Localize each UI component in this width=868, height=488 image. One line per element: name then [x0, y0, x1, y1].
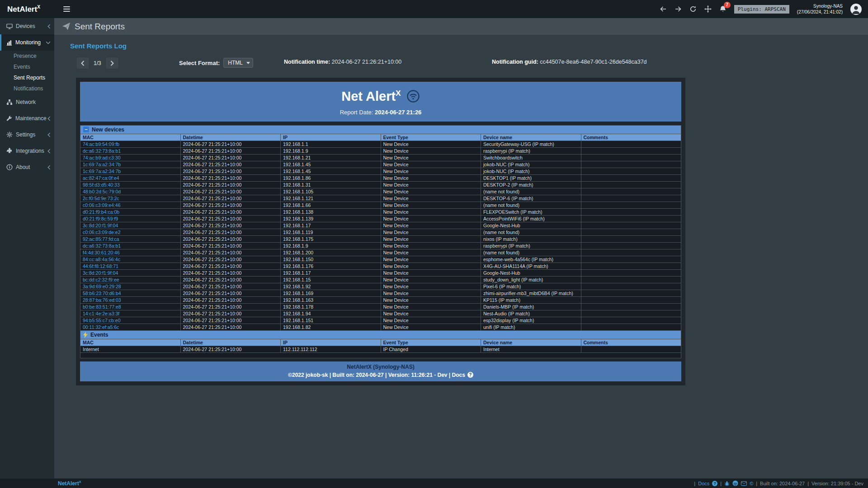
mac-link[interactable]: 14:c1:4e:2e:a3:3f [80, 310, 181, 317]
mac-link[interactable]: 98:5f:d3:d5:40:33 [80, 181, 181, 188]
table-row: 58:b6:23:70:d6:b42024-06-27 21:25:21+10:… [80, 290, 681, 296]
cell: 192.168.1.150 [281, 256, 381, 263]
cell: 192.168.1.178 [281, 303, 381, 310]
mac-link[interactable]: b0:be:83:51:77:e8 [80, 303, 181, 310]
cell: 192.168.1.45 [281, 168, 381, 174]
separator: | [756, 481, 757, 486]
mac-link[interactable]: 74:ac:b9:54:09:fb [80, 141, 181, 147]
table-row: 1c:69:7a:a2:34:7b2024-06-27 21:25:21+10:… [80, 168, 681, 174]
cell: 192.168.1.15 [281, 276, 381, 283]
cell: 2024-06-27 21:25:21+10:00 [180, 290, 281, 296]
mac-link[interactable]: 74:ac:b9:ad:c3:30 [80, 154, 181, 161]
sidebar-item-maintenance[interactable]: Maintenance [0, 110, 54, 127]
mac-link[interactable]: d0:21:f9:8c:59:f9 [80, 215, 181, 222]
cell: New Device [381, 195, 481, 202]
mac-link[interactable]: 1c:69:7a:a2:34:7b [80, 161, 181, 168]
cell [581, 147, 681, 154]
mac-link[interactable]: 3c:8d:20:f1:9f:04 [80, 222, 181, 229]
sidebar-item-events[interactable]: Events [0, 61, 54, 72]
mail-icon[interactable] [741, 481, 747, 486]
table-row: dc:a6:32:73:8a:b12024-06-27 21:25:21+10:… [80, 242, 681, 249]
cell: New Device [381, 269, 481, 276]
notification-time: Notification time: 2024-06-27 21:26:21+1… [284, 59, 401, 65]
mac-link[interactable]: 00:11:32:ef:a5:6c [80, 324, 181, 330]
sidebar-item-sent-reports[interactable]: Sent Reports [0, 72, 54, 83]
cell: 2024-06-27 21:25:21+10:00 [180, 310, 281, 317]
mac-link[interactable]: 84:cc:a8:4a:56:4c [80, 256, 181, 263]
format-select[interactable]: HTML [223, 58, 253, 68]
cell [581, 202, 681, 208]
github-icon[interactable] [732, 480, 738, 486]
cell: 192.168.1.1 [281, 141, 381, 147]
user-avatar[interactable] [850, 4, 862, 15]
nav-forward-icon[interactable] [675, 5, 682, 13]
cell: New Device [381, 310, 481, 317]
cell [581, 215, 681, 222]
sidebar-item-notifications[interactable]: Notifications [0, 83, 54, 94]
sidebar-item-about[interactable]: About [0, 159, 54, 175]
sidebar-item-presence[interactable]: Presence [0, 51, 54, 61]
cell [581, 290, 681, 296]
next-page-button[interactable] [105, 57, 119, 69]
sidebar-item-network[interactable]: Network [0, 94, 54, 110]
cell: New Device [381, 296, 481, 303]
cell: FLEXPOESwitch (IP match) [481, 208, 581, 215]
cell: DESKTOP1 (IP match) [481, 174, 581, 181]
sidebar-item-monitoring[interactable]: Monitoring [0, 34, 54, 51]
mac-link[interactable]: f4:4d:30:61:20:46 [80, 249, 181, 256]
column-header: Event Type [381, 134, 481, 141]
help-icon[interactable]: ? [712, 481, 717, 486]
page-title: Sent Reports [75, 22, 125, 32]
footer-version: Version: 21:39:05 - Dev [811, 481, 863, 486]
bug-report-icon[interactable] [724, 481, 730, 486]
host-name: Synology-NAS [813, 4, 843, 9]
table-row: dc:a6:32:73:8a:b12024-06-27 21:25:21+10:… [80, 147, 681, 154]
mac-link[interactable]: 1c:69:7a:a2:34:7b [80, 168, 181, 174]
mac-link[interactable]: 48:b0:2d:5c:79:0d [80, 188, 181, 195]
app-logo[interactable]: NetAlertX [0, 5, 54, 14]
cell: AccessPointWiFi6 (IP match) [481, 215, 581, 222]
table-row: 74:ac:b9:ad:c3:302024-06-27 21:25:21+10:… [80, 154, 681, 161]
mac-link[interactable]: dc:a6:32:73:8a:b1 [80, 242, 181, 249]
cell [581, 208, 681, 215]
plugins-status-badge[interactable]: Plugins: ARPSCAN [734, 5, 789, 14]
table-row: d0:21:f9:8c:59:f92024-06-27 21:25:21+10:… [80, 215, 681, 222]
mac-link[interactable]: 58:b6:23:70:d6:b4 [80, 290, 181, 296]
refresh-icon[interactable] [689, 5, 697, 13]
cell: 2024-06-27 21:25:21+10:00 [180, 235, 281, 242]
mac-link[interactable]: c0:06:c3:09:e4:46 [80, 202, 181, 208]
help-icon[interactable]: ? [467, 372, 473, 378]
prev-page-button[interactable] [76, 57, 90, 69]
copyright-icon[interactable]: © [750, 481, 753, 486]
mac-link[interactable]: 92:ac:85:77:fd:ca [80, 235, 181, 242]
mac-link[interactable]: 44:6f:f8:12:68:71 [80, 263, 181, 269]
mac-link[interactable]: 28:87:ba:76:ed:03 [80, 296, 181, 303]
move-icon[interactable] [704, 5, 712, 13]
cell: 192.168.1.92 [281, 283, 381, 290]
cell: 192.168.1.21 [281, 154, 381, 161]
mac-link[interactable]: 3a:9d:69:e0:29:28 [80, 283, 181, 290]
notifications-bell-icon[interactable]: 7 [719, 5, 726, 13]
mac-link[interactable]: bc:dd:c2:32:f9:ee [80, 276, 181, 283]
mac-link[interactable]: 3c:8d:20:f1:9f:04 [80, 269, 181, 276]
chart-bar-icon [6, 40, 12, 46]
cell [581, 141, 681, 147]
sidebar-item-devices[interactable]: Devices [0, 18, 54, 34]
mac-link[interactable]: 2c:f0:5d:9e:73:2c [80, 195, 181, 202]
cell: 2024-06-27 21:25:21+10:00 [180, 141, 281, 147]
sidebar-toggle-button[interactable] [63, 5, 70, 13]
mac-link[interactable]: d0:21:f9:b4:ca:0b [80, 208, 181, 215]
report-table: –New devices MACDatetimeIPEvent TypeDevi… [80, 125, 681, 358]
mac-link[interactable]: c0:06:c3:09:de:e2 [80, 229, 181, 235]
footer-brand-link[interactable]: NetAlertX [58, 480, 81, 487]
separator: | [720, 481, 722, 486]
nav-back-icon[interactable] [660, 5, 667, 13]
cell: New Device [381, 161, 481, 168]
mac-link[interactable]: dc:a6:32:73:8a:b1 [80, 147, 181, 154]
docs-link[interactable]: Docs [698, 481, 709, 486]
lightning-bolt-icon [83, 332, 88, 338]
sidebar-item-settings[interactable]: Settings [0, 127, 54, 143]
sidebar-item-integrations[interactable]: Integrations [0, 143, 54, 159]
mac-link[interactable]: ac:82:47:ca:0f:e4 [80, 174, 181, 181]
mac-link[interactable]: 94:b5:55:c7:cb:e0 [80, 317, 181, 324]
